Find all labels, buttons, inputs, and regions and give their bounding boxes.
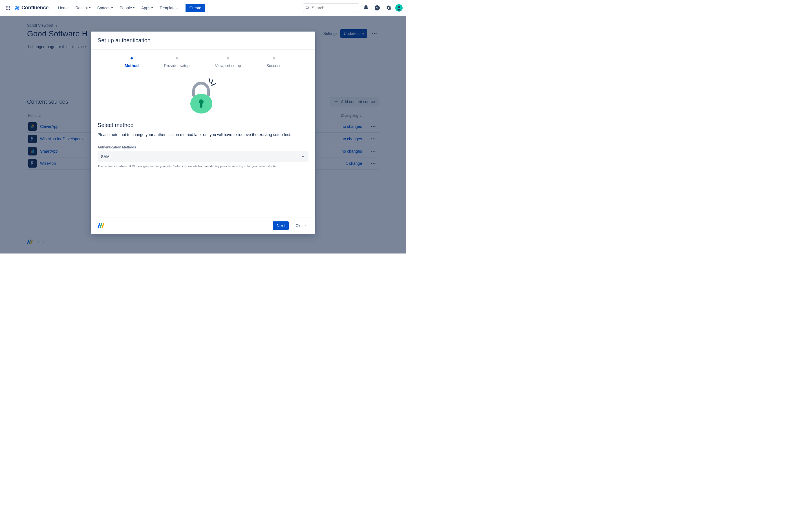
svg-point-4 [7,7,8,8]
nav-apps[interactable]: Apps▾ [139,4,156,12]
nav-links: Home Recent▾ Spaces▾ People▾ Apps▾ Templ… [55,4,205,12]
modal-header: Set up authentication [91,32,315,50]
step-success[interactable]: Success [266,57,282,68]
lock-icon [188,76,218,115]
app-switcher-icon[interactable] [3,3,12,12]
svg-point-8 [9,9,10,10]
stepper: Method Provider setup Viewport setup Suc… [91,50,315,71]
svg-point-9 [306,6,308,8]
auth-method-select[interactable]: SAML [98,151,308,162]
confluence-icon [14,5,20,11]
nav-templates-label: Templates [160,6,177,10]
svg-point-5 [9,7,10,8]
svg-point-7 [7,9,8,10]
svg-point-14 [398,6,400,8]
create-button[interactable]: Create [186,4,205,12]
chevron-down-icon: ▾ [151,6,153,9]
chevron-down-icon: ▾ [89,6,91,9]
step-method-label: Method [124,63,139,68]
svg-point-3 [6,7,7,8]
nav-spaces-label: Spaces [97,6,110,10]
svg-point-1 [7,6,8,6]
step-provider[interactable]: Provider setup [164,57,190,68]
product-name: Confluence [21,5,49,11]
next-button[interactable]: Next [273,221,289,230]
step-dot-icon [227,57,229,59]
modal-title: Set up authentication [98,37,308,44]
step-viewport[interactable]: Viewport setup [215,57,241,68]
nav-home-label: Home [58,6,68,10]
nav-templates[interactable]: Templates [157,4,181,12]
nav-right: ? [303,3,403,12]
modal-footer: Next Close [91,217,315,234]
search-icon [305,5,310,10]
step-viewport-label: Viewport setup [215,63,241,68]
help-icon[interactable]: ? [373,3,382,12]
svg-line-36 [209,78,210,82]
select-method-heading: Select method [98,122,308,128]
nav-recent-label: Recent [75,6,88,10]
lock-illustration [91,71,315,117]
svg-point-6 [6,9,7,10]
top-nav: Confluence Home Recent▾ Spaces▾ People▾ … [0,0,406,16]
chevron-down-icon: ▾ [111,6,113,9]
chevron-down-icon [301,155,305,159]
step-dot-icon [175,57,178,59]
svg-rect-41 [200,103,202,108]
svg-text:?: ? [376,6,378,10]
nav-spaces[interactable]: Spaces▾ [94,4,116,12]
step-provider-label: Provider setup [164,63,190,68]
nav-recent[interactable]: Recent▾ [72,4,93,12]
settings-icon[interactable] [384,3,393,12]
close-button[interactable]: Close [293,221,308,230]
step-dot-icon [131,57,133,59]
product-logo[interactable]: Confluence [14,5,49,11]
search-input[interactable] [303,3,359,12]
nav-people-label: People [119,6,132,10]
select-method-description: Please note that to change your authenti… [98,132,308,137]
step-dot-icon [273,57,275,59]
auth-setup-modal: Set up authentication Method Provider se… [91,32,315,234]
nav-home[interactable]: Home [55,4,71,12]
svg-point-2 [9,6,10,6]
auth-method-help-text: This settings enables SAML configuration… [98,165,308,168]
search-wrap [303,3,359,12]
svg-line-37 [211,80,213,83]
nav-apps-label: Apps [141,6,150,10]
auth-methods-label: Authentication Methods [98,145,308,149]
svg-line-10 [308,8,309,9]
step-success-label: Success [266,63,282,68]
footer-logo [98,223,104,228]
auth-method-value: SAML [101,154,112,159]
svg-point-0 [6,6,7,6]
notifications-icon[interactable] [361,3,370,12]
nav-people[interactable]: People▾ [117,4,137,12]
modal-body: Select method Please note that to change… [91,117,315,217]
chevron-down-icon: ▾ [133,6,135,9]
k15t-logo-icon [98,223,104,228]
avatar[interactable] [395,4,403,11]
svg-line-38 [212,83,216,86]
step-method[interactable]: Method [124,57,139,68]
